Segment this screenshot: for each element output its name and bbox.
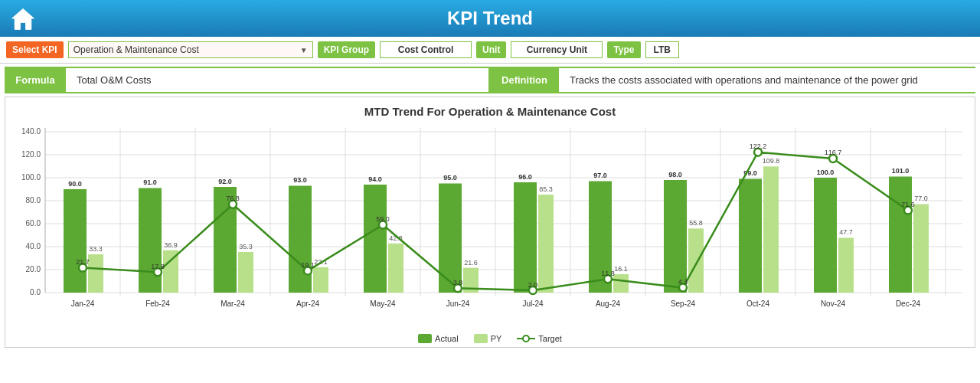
svg-text:109.8: 109.8 — [763, 157, 780, 165]
page-title: KPI Trend — [447, 8, 533, 29]
type-label: Type — [607, 41, 640, 58]
bar-py-sep — [688, 228, 704, 293]
svg-text:4.3: 4.3 — [678, 278, 688, 286]
formula-section: Formula Total O&M Costs — [5, 68, 490, 92]
svg-text:94.0: 94.0 — [368, 175, 382, 183]
kpi-group-value: Cost Control — [380, 41, 472, 58]
bar-actual-sep — [664, 180, 687, 293]
svg-text:3.8: 3.8 — [453, 279, 463, 286]
bar-actual-apr — [289, 186, 312, 293]
svg-text:71.6: 71.6 — [901, 201, 915, 208]
bar-actual-oct — [739, 179, 762, 293]
bar-actual-nov — [814, 178, 837, 293]
bar-py-apr — [313, 267, 328, 293]
bar-py-may — [388, 244, 403, 293]
svg-text:140.0: 140.0 — [21, 127, 41, 136]
chart-title: MTD Trend For Operation & Maintenance Co… — [13, 105, 967, 118]
legend-target-label: Target — [538, 334, 562, 343]
svg-text:21.6: 21.6 — [464, 259, 478, 267]
bar-py-jan — [88, 254, 103, 293]
svg-text:Jan-24: Jan-24 — [71, 300, 95, 308]
bar-py-aug — [613, 274, 629, 293]
svg-text:33.3: 33.3 — [89, 245, 103, 253]
bar-py-mar — [238, 252, 253, 293]
svg-text:98.0: 98.0 — [668, 171, 682, 178]
formula-label: Formula — [5, 68, 66, 92]
svg-text:Feb-24: Feb-24 — [145, 300, 170, 308]
svg-text:Jun-24: Jun-24 — [446, 300, 470, 308]
legend-target: Target — [517, 334, 562, 343]
bar-actual-jul — [514, 182, 537, 293]
svg-text:0.0: 0.0 — [30, 288, 41, 296]
svg-text:85.3: 85.3 — [539, 185, 553, 193]
svg-text:Dec-24: Dec-24 — [896, 300, 921, 308]
definition-value: Tracks the costs associated with operati… — [559, 68, 975, 92]
svg-text:120.0: 120.0 — [21, 150, 41, 159]
bar-py-oct — [763, 166, 779, 293]
svg-text:100.0: 100.0 — [817, 169, 835, 176]
chart-legend: Actual PY Target — [13, 334, 967, 343]
svg-text:35.3: 35.3 — [239, 243, 253, 250]
bar-actual-may — [364, 185, 387, 293]
svg-text:May-24: May-24 — [370, 300, 396, 308]
svg-text:100.0: 100.0 — [21, 173, 41, 182]
definition-label: Definition — [490, 68, 559, 92]
unit-value: Currency Unit — [511, 41, 603, 58]
svg-text:101.0: 101.0 — [892, 167, 910, 175]
svg-text:97.0: 97.0 — [593, 172, 607, 179]
kpi-select-value: Operation & Maintenance Cost — [74, 44, 199, 55]
bar-py-nov — [838, 237, 854, 293]
header: KPI Trend — [0, 0, 980, 37]
legend-actual-label: Actual — [435, 334, 459, 343]
svg-point-80 — [523, 336, 529, 342]
legend-py: PY — [474, 334, 502, 343]
svg-text:77.0: 77.0 — [914, 195, 928, 202]
svg-text:47.7: 47.7 — [839, 228, 853, 236]
chart-container: MTD Trend For Operation & Maintenance Co… — [5, 97, 975, 348]
svg-text:Sep-24: Sep-24 — [671, 300, 696, 308]
legend-py-label: PY — [491, 334, 502, 343]
svg-text:76.8: 76.8 — [226, 195, 240, 202]
svg-text:95.0: 95.0 — [443, 174, 457, 182]
svg-text:2.0: 2.0 — [528, 281, 538, 289]
bar-actual-dec — [889, 177, 912, 293]
svg-text:60.0: 60.0 — [26, 219, 41, 228]
definition-section: Definition Tracks the costs associated w… — [490, 68, 975, 92]
bar-actual-jan — [64, 189, 87, 293]
svg-text:93.0: 93.0 — [293, 176, 307, 184]
svg-text:116.7: 116.7 — [825, 149, 842, 156]
svg-text:Aug-24: Aug-24 — [596, 300, 621, 308]
svg-text:Jul-24: Jul-24 — [522, 300, 544, 308]
legend-target-icon — [517, 334, 535, 343]
svg-text:21.7: 21.7 — [76, 258, 90, 266]
bar-py-dec — [913, 205, 929, 293]
type-value: LTB — [645, 41, 679, 58]
unit-label: Unit — [476, 41, 506, 58]
legend-actual-swatch — [418, 334, 432, 343]
svg-text:36.9: 36.9 — [164, 241, 178, 249]
svg-text:20.0: 20.0 — [26, 265, 41, 273]
legend-py-swatch — [474, 334, 488, 343]
svg-text:40.0: 40.0 — [26, 242, 41, 250]
svg-text:19.1: 19.1 — [301, 261, 315, 269]
svg-text:Apr-24: Apr-24 — [296, 300, 319, 308]
select-kpi-label: Select KPI — [6, 41, 64, 58]
svg-text:96.0: 96.0 — [518, 173, 532, 181]
dropdown-arrow-icon: ▼ — [300, 46, 308, 54]
home-icon[interactable] — [9, 5, 37, 32]
formula-row: Formula Total O&M Costs Definition Track… — [5, 67, 975, 93]
svg-text:80.0: 80.0 — [26, 196, 41, 205]
svg-marker-0 — [12, 8, 34, 29]
svg-text:17.8: 17.8 — [151, 263, 165, 270]
svg-text:Oct-24: Oct-24 — [746, 300, 769, 308]
svg-text:11.8: 11.8 — [601, 270, 615, 277]
bar-py-jul — [538, 195, 554, 293]
kpi-select-dropdown[interactable]: Operation & Maintenance Cost ▼ — [68, 41, 313, 58]
svg-text:122.2: 122.2 — [750, 142, 767, 150]
svg-text:59.0: 59.0 — [376, 215, 390, 223]
formula-value: Total O&M Costs — [66, 68, 490, 92]
svg-text:Mar-24: Mar-24 — [220, 300, 245, 308]
svg-text:90.0: 90.0 — [68, 180, 82, 188]
chart-svg: 0.0 20.0 40.0 60.0 80.0 100.0 120.0 140.… — [13, 124, 969, 331]
svg-text:91.0: 91.0 — [143, 178, 157, 186]
